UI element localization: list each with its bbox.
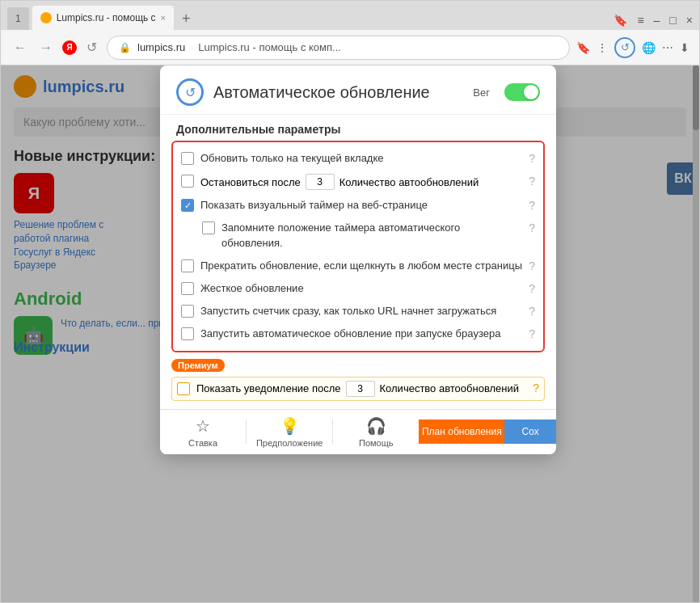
pomosh-button[interactable]: 🎧 Помощь [333, 410, 419, 454]
option-row-8: Запустить автоматическое обновление при … [173, 323, 543, 345]
help-icon-4[interactable]: ? [529, 221, 535, 234]
premium-section: Премиум Показать уведомление после Колич… [171, 359, 545, 401]
bookmark-page-icon[interactable]: 🔖 [576, 41, 590, 54]
premium-label-after: Количество автообновлений [380, 382, 520, 394]
popup-title: Автоматическое обновление [213, 83, 463, 102]
auto-refresh-toggle[interactable] [504, 83, 540, 101]
more-icon[interactable]: ⋮ [597, 41, 608, 54]
plan-label: План обновления [422, 426, 502, 437]
option-label-7: Запустить счетчик сразу, как только URL … [200, 304, 522, 318]
cox-button[interactable]: Сох [504, 420, 556, 444]
checkbox-4[interactable] [202, 221, 215, 234]
checkbox-7[interactable] [181, 305, 194, 318]
checkbox-1[interactable] [181, 152, 194, 165]
option-row-3: ✓ Показать визуальный таймер на веб-стра… [173, 194, 543, 217]
option-label-4: Запомните положение таймера автоматическ… [221, 221, 522, 250]
option-row-1: Обновить только на текущей вкладке ? [173, 147, 543, 170]
option-label-5: Прекратить обновление, если щелкнуть в л… [200, 259, 522, 273]
premium-input[interactable] [346, 381, 375, 397]
checkbox-6[interactable] [181, 282, 194, 295]
option-row-4: Запомните положение таймера автоматическ… [173, 217, 543, 254]
globe-icon[interactable]: 🌐 [642, 41, 656, 54]
toggle-label: Вег [473, 86, 490, 99]
help-icon-1[interactable]: ? [529, 152, 535, 165]
stavka-label: Ставка [188, 438, 217, 448]
checkbox-5[interactable] [181, 259, 194, 272]
checkbox-8[interactable] [181, 327, 194, 340]
help-icon-8[interactable]: ? [529, 327, 535, 340]
option-label-1: Обновить только на текущей вкладке [200, 151, 522, 166]
extensions-icon[interactable]: ⋯ [662, 41, 673, 54]
help-icon-2[interactable]: ? [529, 175, 535, 188]
maximize-button[interactable]: □ [669, 14, 676, 27]
tab-bar-right: 🔖 ≡ – □ × [614, 14, 693, 30]
back-button[interactable]: ← [11, 39, 30, 57]
premium-label-before: Показать уведомление после [196, 382, 341, 394]
plan-button[interactable]: План обновления [419, 420, 504, 444]
predpolozhenie-icon: 💡 [280, 416, 300, 436]
predpolozhenie-button[interactable]: 💡 Предположение [247, 410, 332, 454]
menu-icon[interactable]: ≡ [637, 14, 643, 27]
browser-frame: 1 Lumpics.ru - помощь с × + 🔖 ≡ – □ × ← … [0, 0, 700, 603]
option-label-3: Показать визуальный таймер на веб-страни… [200, 198, 522, 213]
checkbox-2[interactable] [181, 175, 194, 188]
stavka-button[interactable]: ☆ Ставка [160, 410, 246, 454]
address-input[interactable]: 🔒 lumpics.ru Lumpics.ru - помощь с комп.… [107, 36, 570, 60]
help-icon-3[interactable]: ? [529, 199, 535, 212]
help-icon-7[interactable]: ? [529, 305, 535, 318]
premium-option-inline: Показать уведомление после Количество ав… [196, 381, 526, 397]
option-label-before-2: Остановиться после [200, 176, 301, 188]
help-icon-5[interactable]: ? [529, 259, 535, 272]
option-label-6: Жесткое обновление [200, 281, 522, 296]
help-icon-6[interactable]: ? [529, 282, 535, 295]
stavka-icon: ☆ [196, 416, 210, 436]
address-bar-right: 🔖 ⋮ ↺ 🌐 ⋯ ⬇ [576, 37, 689, 58]
option-row-6: Жесткое обновление ? [173, 277, 543, 300]
options-box: Обновить только на текущей вкладке ? Ост… [171, 141, 545, 352]
premium-badge: Премиум [171, 359, 225, 372]
option-row-2: Остановиться после Количество автообновл… [173, 170, 543, 194]
minimize-button[interactable]: – [654, 14, 660, 27]
page-content: lumpics.ru Какую проблему хоти... Новые … [1, 65, 699, 602]
option-row-5: Прекратить обновление, если щелкнуть в л… [173, 255, 543, 277]
pomosh-icon: 🎧 [366, 416, 386, 436]
predpolozhenie-label: Предположение [256, 438, 323, 448]
popup-refresh-icon: ↺ [176, 78, 204, 106]
new-tab-button[interactable]: + [177, 7, 196, 30]
popup-toolbar: ☆ Ставка 💡 Предположение 🎧 Помощь План [160, 409, 556, 454]
option-label-8: Запустить автоматическое обновление при … [200, 327, 522, 341]
yandex-icon: Я [62, 40, 77, 55]
extension-refresh-icon[interactable]: ↺ [614, 37, 635, 58]
popup-header: ↺ Автоматическое обновление Вег [160, 65, 556, 115]
premium-help-icon[interactable]: ? [533, 382, 539, 394]
close-button[interactable]: × [686, 14, 693, 27]
forward-button[interactable]: → [36, 39, 56, 57]
premium-row: Показать уведомление после Количество ав… [171, 377, 545, 401]
checkbox-3[interactable]: ✓ [181, 199, 194, 212]
toggle-knob [524, 85, 538, 99]
lock-icon: 🔒 [119, 42, 131, 53]
tab-bar: 1 Lumpics.ru - помощь с × + 🔖 ≡ – □ × [1, 1, 699, 30]
tab-title: Lumpics.ru - помощь с [57, 12, 156, 23]
download-icon[interactable]: ⬇ [680, 41, 689, 54]
option-label-after-2: Количество автообновлений [339, 176, 479, 188]
address-bar: ← → Я ↺ 🔒 lumpics.ru Lumpics.ru - помощь… [1, 30, 699, 65]
popup-dialog: ↺ Автоматическое обновление Вег Дополнит… [160, 65, 556, 454]
bookmark-icon[interactable]: 🔖 [614, 14, 627, 27]
pomosh-label: Помощь [359, 438, 394, 448]
popup-overlay: ↺ Автоматическое обновление Вег Дополнит… [1, 65, 699, 602]
cox-label: Сох [522, 426, 539, 437]
tab-active[interactable]: Lumpics.ru - помощь с × [32, 6, 174, 30]
section-title: Дополнительные параметры [160, 115, 556, 141]
tab-number[interactable]: 1 [7, 7, 29, 30]
premium-checkbox[interactable] [177, 382, 190, 395]
address-title: Lumpics.ru - помощь с комп... [198, 41, 341, 53]
tab-close-icon[interactable]: × [161, 13, 166, 23]
refresh-button[interactable]: ↺ [83, 38, 100, 57]
option-row-7: Запустить счетчик сразу, как только URL … [173, 300, 543, 323]
tab-favicon [40, 12, 52, 23]
option-inline-2: Остановиться после Количество автообновл… [200, 174, 522, 190]
address-url: lumpics.ru [137, 41, 185, 53]
stop-after-input[interactable] [306, 174, 335, 190]
